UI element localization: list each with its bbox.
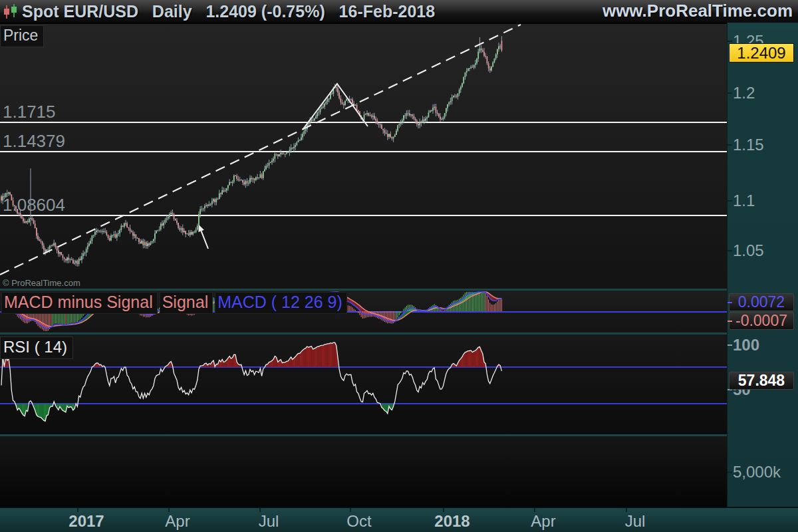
spacer3: [325, 2, 339, 21]
macd-legend: MACD minus SignalSignalMACD ( 12 26 9): [1, 292, 347, 314]
spacer2: [192, 2, 206, 21]
instrument-name: Spot EUR/USD: [22, 2, 138, 21]
axis-tick-label: 5,000k: [733, 464, 781, 481]
current-price-badge: 1.2409: [729, 43, 794, 63]
time-axis-tick: [350, 508, 351, 512]
rsi-panel: RSI ( 14): [0, 334, 727, 434]
time-axis-tick: [77, 508, 78, 512]
macd-legend-item: Signal: [160, 292, 213, 314]
price-level-label: 1.08604: [3, 196, 65, 213]
spacer1: [138, 2, 152, 21]
axis-tick-label: 1.2: [733, 84, 755, 102]
time-axis-tick: [534, 508, 535, 512]
candlestick-logo-icon: [3, 3, 18, 20]
macd-value-badge: -0.0007: [729, 312, 794, 330]
time-axis-tick: [168, 508, 170, 512]
session-date: 16-Feb-2018: [339, 2, 436, 21]
axis-tick-label: 100: [733, 336, 759, 354]
axis-tick-label: 1.15: [733, 136, 764, 154]
price-chart-canvas[interactable]: [0, 24, 727, 289]
price-pane-tag: Price: [0, 25, 44, 47]
axis-tick-mark: [728, 250, 732, 251]
time-axis-label: Jul: [605, 512, 665, 531]
brand-link[interactable]: www.ProRealTime.com: [602, 1, 793, 21]
volume-canvas[interactable]: [0, 436, 727, 507]
time-axis[interactable]: 2017AprJulOct2018AprJul: [0, 507, 798, 532]
time-axis-label: Apr: [513, 512, 573, 531]
timeframe-label: Daily: [152, 2, 192, 21]
volume-panel: [0, 436, 727, 507]
axis-tick-mark: [728, 41, 732, 42]
axis-tick-mark: [728, 144, 732, 146]
time-axis-label: Oct: [329, 512, 389, 531]
copyright-note: © ProRealTime.com: [3, 278, 80, 288]
rsi-canvas[interactable]: [0, 334, 727, 434]
time-axis-label: Jul: [239, 512, 299, 531]
axis-tick-label: 1.1: [733, 192, 755, 209]
time-axis-tick: [626, 508, 627, 512]
title-bar: Spot EUR/USD Daily 1.2409 (-0.75%) 16-Fe…: [0, 0, 798, 24]
axis-tick-mark: [728, 344, 732, 346]
time-axis-label: 2018: [422, 512, 482, 531]
time-axis-tick: [443, 508, 444, 512]
axis-tick-mark: [728, 200, 732, 201]
rsi-pane-tag: RSI ( 14): [0, 336, 73, 359]
macd-legend-item: MACD minus Signal: [1, 292, 158, 314]
macd-value-badge: 0.0072: [729, 293, 794, 311]
arrow-annotation: [201, 231, 208, 249]
axis-tick-label: 1.05: [733, 242, 764, 259]
last-price-change: 1.2409 (-0.75%): [205, 2, 325, 21]
value-axis[interactable]: 1.251.21.151.11.05100505,000k0.0072-0.00…: [727, 23, 798, 507]
axis-tick-mark: [728, 471, 732, 473]
price-level-label: 1.14379: [3, 132, 65, 150]
peak-annotation: [303, 84, 368, 130]
time-axis-tick: [259, 508, 261, 512]
prorealtime-chart-window: Spot EUR/USD Daily 1.2409 (-0.75%) 16-Fe…: [0, 0, 798, 532]
time-axis-label: 2017: [57, 512, 116, 531]
axis-tick-mark: [728, 92, 732, 94]
price-panel: Price 1.17151.143791.08604 © ProRealTime…: [0, 24, 727, 289]
macd-legend-item: MACD ( 12 26 9): [215, 292, 347, 314]
axis-tick-mark: [728, 302, 732, 303]
rsi-value-badge: 57.848: [729, 372, 794, 390]
trendline-annotation: [0, 25, 521, 275]
price-level-label: 1.1715: [3, 103, 56, 120]
time-axis-label: Apr: [148, 512, 207, 531]
axis-tick-mark: [728, 321, 732, 322]
